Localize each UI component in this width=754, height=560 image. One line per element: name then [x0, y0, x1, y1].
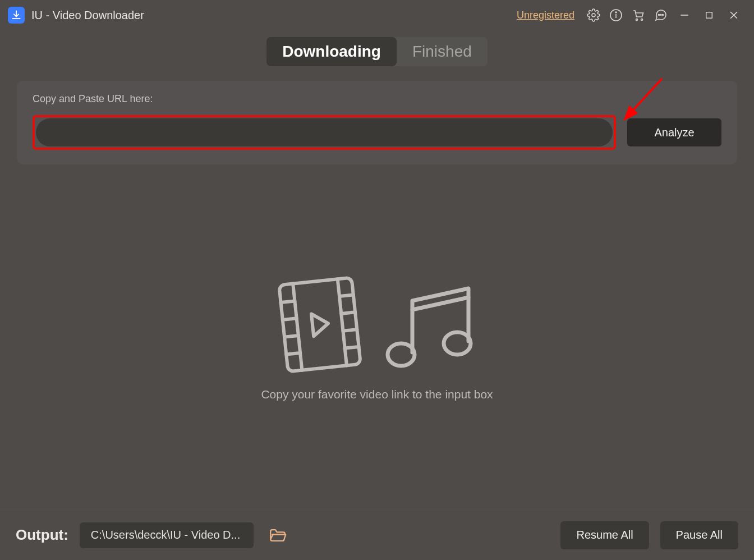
tab-downloading[interactable]: Downloading: [266, 37, 397, 66]
svg-point-0: [592, 13, 595, 17]
url-label: Copy and Paste URL here:: [33, 93, 721, 105]
svg-line-18: [282, 318, 296, 320]
app-window: IU - Video Downloader Unregistered Downl…: [0, 0, 754, 560]
svg-point-4: [636, 19, 638, 21]
svg-point-27: [444, 332, 471, 355]
empty-state: Copy your favorite video link to the inp…: [0, 164, 754, 509]
output-path[interactable]: C:\Users\decck\IU - Video D...: [80, 522, 254, 548]
svg-point-8: [663, 15, 664, 16]
url-input-highlight: [33, 115, 616, 150]
svg-point-5: [641, 19, 643, 21]
maximize-button[interactable]: [697, 4, 721, 26]
pause-all-button[interactable]: Pause All: [660, 521, 738, 549]
output-label: Output:: [16, 526, 68, 544]
svg-point-6: [659, 15, 660, 16]
svg-rect-10: [706, 12, 712, 19]
close-button[interactable]: [721, 4, 746, 26]
tab-finished[interactable]: Finished: [397, 37, 488, 66]
svg-line-15: [293, 284, 302, 370]
footer: Output: C:\Users\decck\IU - Video D... R…: [0, 509, 754, 560]
svg-point-7: [660, 15, 661, 16]
svg-rect-14: [279, 278, 360, 372]
svg-line-23: [343, 329, 357, 331]
cart-button[interactable]: [627, 4, 650, 26]
svg-line-16: [337, 279, 346, 365]
settings-button[interactable]: [582, 4, 605, 26]
feedback-button[interactable]: [650, 4, 672, 26]
unregistered-link[interactable]: Unregistered: [517, 10, 574, 21]
svg-point-3: [615, 12, 617, 13]
minimize-button[interactable]: [672, 4, 697, 26]
info-button[interactable]: [605, 4, 627, 26]
app-title: IU - Video Downloader: [31, 9, 144, 22]
music-icon: [379, 278, 482, 377]
svg-line-22: [341, 312, 355, 314]
titlebar: IU - Video Downloader Unregistered: [0, 0, 754, 30]
url-input[interactable]: [36, 118, 613, 146]
svg-line-24: [344, 347, 358, 348]
svg-line-21: [339, 295, 353, 296]
empty-state-hint: Copy your favorite video link to the inp…: [261, 388, 493, 401]
svg-line-20: [286, 353, 300, 355]
app-logo-icon: [8, 7, 25, 24]
analyze-button[interactable]: Analyze: [627, 118, 721, 146]
resume-all-button[interactable]: Resume All: [560, 521, 649, 549]
svg-point-26: [388, 343, 415, 366]
film-icon: [272, 273, 367, 377]
tabs: Downloading Finished: [0, 37, 754, 66]
open-folder-button[interactable]: [265, 522, 291, 548]
svg-line-17: [281, 301, 295, 302]
url-panel: Copy and Paste URL here: Analyze: [17, 81, 737, 164]
svg-line-19: [284, 336, 298, 337]
